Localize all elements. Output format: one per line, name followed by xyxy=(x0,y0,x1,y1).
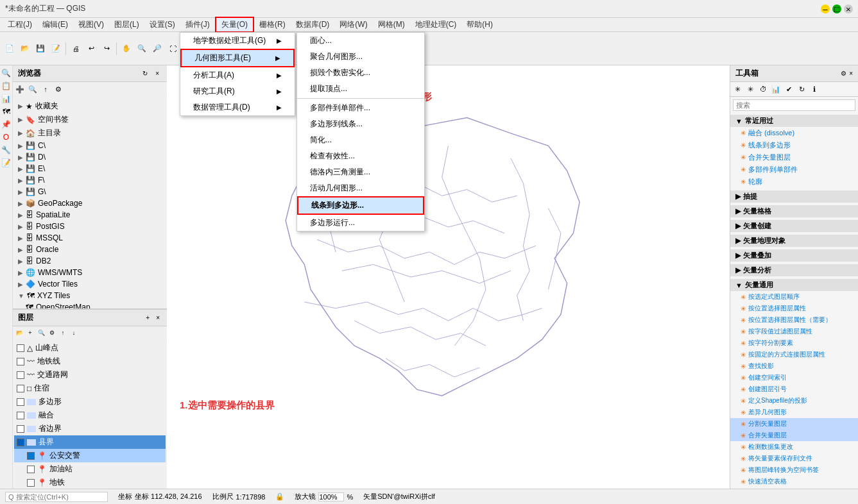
browser-item-favorites[interactable]: ▶ ★ 收藏夹 xyxy=(15,99,164,113)
tool-item-select-order[interactable]: 按选定式图层顺序 xyxy=(730,291,858,303)
sidebar-icon-2[interactable]: 📋 xyxy=(1,81,12,91)
layer-item-police[interactable]: 📍 公安交警 xyxy=(14,449,166,462)
tool-item-detect-change[interactable]: 检测数据集更改 xyxy=(730,441,858,453)
layer-new-button[interactable]: + xyxy=(25,328,35,338)
undo-button[interactable]: ↩ xyxy=(84,42,98,56)
layer-checkbox[interactable] xyxy=(17,425,24,433)
dropdown-item-analysis[interactable]: 分析工具(A) ▶ xyxy=(180,67,295,83)
menu-edit[interactable]: 编辑(E) xyxy=(37,18,73,31)
tool-item-save-vector[interactable]: 将矢量要素保存到文件 xyxy=(730,453,858,464)
layer-checkbox[interactable] xyxy=(17,398,24,406)
sidebar-icon-4[interactable]: 🗺 xyxy=(1,106,12,117)
dropdown-item-research[interactable]: 研究工具(R) ▶ xyxy=(180,83,295,99)
minimize-button[interactable]: – xyxy=(821,4,830,13)
tools-close[interactable]: × xyxy=(849,68,853,79)
layer-checkbox[interactable] xyxy=(17,371,24,379)
maximize-button[interactable]: □ xyxy=(832,4,841,13)
menu-settings[interactable]: 设置(S) xyxy=(144,18,180,31)
geom-item-aggregate[interactable]: 聚合几何图形... xyxy=(297,49,424,65)
menu-plugins[interactable]: 插件(J) xyxy=(180,18,215,31)
menu-database[interactable]: 数据库(D) xyxy=(291,18,335,31)
geom-item-active-geom[interactable]: 活动几何图形... xyxy=(297,180,424,196)
browser-filter-button[interactable]: 🔍 xyxy=(27,83,39,95)
tools-btn-1[interactable]: ✳ xyxy=(732,83,743,95)
layer-checkbox[interactable] xyxy=(17,358,24,365)
browser-collapse-button[interactable]: ↑ xyxy=(40,83,51,95)
tool-item-find-proj[interactable]: 查找投影 xyxy=(730,360,858,372)
geom-item-densify[interactable]: 损毁个数密实化... xyxy=(297,65,424,81)
geom-item-lines-to-poly[interactable]: 线条到多边形... xyxy=(297,196,424,215)
tools-btn-4[interactable]: 📊 xyxy=(770,83,782,95)
layer-open-button[interactable]: 📂 xyxy=(14,328,24,338)
sidebar-icon-1[interactable]: 🔍 xyxy=(1,68,12,78)
tool-item-join-style[interactable]: 按固定的方式连接图层属性 xyxy=(730,349,858,360)
tool-item-merge-vector[interactable]: 合并矢量图层 xyxy=(730,151,858,164)
layer-checkbox[interactable] xyxy=(17,439,24,446)
sidebar-icon-3[interactable]: 📊 xyxy=(1,94,12,104)
tool-item-define-proj[interactable]: 定义Shapefile的投影 xyxy=(730,395,858,407)
browser-item-d[interactable]: ▶ 💾 D\ xyxy=(15,151,164,163)
geom-item-delaunay[interactable]: 德洛内三角测量... xyxy=(297,164,424,180)
browser-item-geopackage[interactable]: ▶ 📦 GeoPackage xyxy=(15,197,164,209)
close-button[interactable]: × xyxy=(844,4,853,13)
geom-item-centroid[interactable]: 面心... xyxy=(297,33,424,49)
open-project-button[interactable]: 📂 xyxy=(18,42,32,56)
new-project-button[interactable]: 📄 xyxy=(3,42,17,56)
geom-item-simplify[interactable]: 简化... xyxy=(297,132,424,148)
zoom-in-button[interactable]: 🔍 xyxy=(135,42,149,56)
menu-geoprocessing[interactable]: 地理处理(C) xyxy=(410,18,462,31)
tool-item-layer-to-bookmark[interactable]: 将图层峰转换为空间书签 xyxy=(730,464,858,476)
zoom-out-button[interactable]: 🔎 xyxy=(150,42,164,56)
menu-vector[interactable]: 矢量(O) xyxy=(215,17,254,33)
browser-item-c[interactable]: ▶ 💾 C\ xyxy=(15,140,164,151)
geom-item-poly-run[interactable]: 多边形运行... xyxy=(297,215,424,231)
dropdown-item-geo-tools[interactable]: 地学数据处理工具(G) ▶ xyxy=(180,33,295,49)
print-button[interactable]: 🖨 xyxy=(69,42,83,56)
layer-close-button[interactable]: × xyxy=(154,314,162,321)
tools-btn-2[interactable]: ✳ xyxy=(744,83,756,95)
layer-filter-button[interactable]: 🔍 xyxy=(36,328,46,338)
menu-web[interactable]: 网络(W) xyxy=(334,18,372,31)
browser-add-button[interactable]: ➕ xyxy=(14,83,26,95)
browser-item-db2[interactable]: ▶ 🗄 DB2 xyxy=(15,255,164,267)
menu-layer[interactable]: 图层(L) xyxy=(109,18,144,31)
dropdown-item-geom-tools[interactable]: 几何图形工具(E) ▶ xyxy=(180,49,295,67)
browser-item-f[interactable]: ▶ 💾 F\ xyxy=(15,174,164,186)
tool-item-contour[interactable]: 轮廓 xyxy=(730,176,858,188)
tool-group-create-header[interactable]: ▶ 矢量创建 xyxy=(730,220,858,232)
layer-down-button[interactable]: ↓ xyxy=(69,328,79,338)
tools-search-input[interactable] xyxy=(733,99,855,111)
browser-item-e[interactable]: ▶ 💾 E\ xyxy=(15,163,164,174)
layer-checkbox[interactable] xyxy=(27,452,35,460)
save-as-button[interactable]: 📝 xyxy=(49,42,63,56)
tool-item-select-attr[interactable]: 按位置选择图层属性 xyxy=(730,303,858,314)
sidebar-icon-7[interactable]: 🔧 xyxy=(1,145,12,155)
tools-btn-3[interactable]: ⏱ xyxy=(757,83,769,95)
layer-item-province[interactable]: 省边界 xyxy=(14,422,166,435)
tool-item-merge-vector2[interactable]: 合并矢量图层 xyxy=(730,430,858,441)
redo-button[interactable]: ↪ xyxy=(99,42,114,56)
tools-btn-7[interactable]: ℹ xyxy=(809,83,820,95)
tool-item-delete-geom[interactable]: 删除要素几何图形 xyxy=(730,487,858,489)
layer-checkbox[interactable] xyxy=(27,466,35,473)
zoom-extent-button[interactable]: ⛶ xyxy=(166,42,180,56)
dropdown-item-data-mgmt[interactable]: 数据管理工具(D) ▶ xyxy=(180,99,295,115)
status-lock[interactable]: 🔒 xyxy=(275,492,284,501)
layer-checkbox[interactable] xyxy=(17,385,24,392)
geom-item-extract-vertices[interactable]: 提取顶点... xyxy=(297,81,424,97)
pan-button[interactable]: ✋ xyxy=(119,42,133,56)
layer-settings-button[interactable]: ⚙ xyxy=(47,328,57,338)
sidebar-icon-6[interactable]: O xyxy=(1,132,12,142)
tools-btn-6[interactable]: ↻ xyxy=(796,83,807,95)
sidebar-icon-5[interactable]: 📌 xyxy=(1,119,12,130)
tool-item-lines-to-poly[interactable]: 线条到多边形 xyxy=(730,139,858,151)
menu-view[interactable]: 视图(V) xyxy=(73,18,109,31)
search-input[interactable] xyxy=(5,492,108,502)
layer-item-hotel[interactable]: □ 住宿 xyxy=(14,382,166,395)
geom-item-multipart[interactable]: 多部件到单部件... xyxy=(297,100,424,116)
layer-checkbox[interactable] xyxy=(17,412,24,419)
browser-item-vector-tiles[interactable]: ▶ 🔷 Vector Tiles xyxy=(15,278,164,290)
menu-project[interactable]: 工程(J) xyxy=(3,18,37,31)
tool-group-overlay-header[interactable]: ▶ 矢量叠加 xyxy=(730,249,858,262)
layer-item-merge[interactable]: 融合 xyxy=(14,408,166,422)
